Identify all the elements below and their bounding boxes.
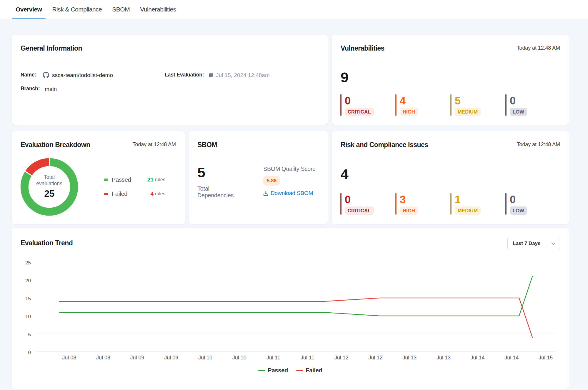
svg-text:Jul 13: Jul 13 xyxy=(402,355,417,361)
svg-text:Jul 08: Jul 08 xyxy=(96,355,110,361)
low-bar xyxy=(505,193,507,215)
tab-bar: Overview Risk & Compliance SBOM Vulnerab… xyxy=(0,0,588,19)
sbom-total-dependencies-label: Total Dependencies xyxy=(197,185,234,199)
failed-unit: rules xyxy=(155,191,165,196)
github-icon xyxy=(43,72,49,79)
tab-risk-compliance[interactable]: Risk & Compliance xyxy=(48,0,106,19)
sbom-total-label-line2: Dependencies xyxy=(197,192,234,199)
risk-medium-item: 1 MEDIUM xyxy=(450,193,505,215)
sbom-total-label-line1: Total xyxy=(197,185,234,192)
svg-text:Jul 14: Jul 14 xyxy=(504,355,519,361)
tab-overview[interactable]: Overview xyxy=(12,0,46,19)
tab-risk-compliance-label: Risk & Compliance xyxy=(52,6,102,13)
critical-bar xyxy=(340,193,342,215)
svg-text:Jul 13: Jul 13 xyxy=(437,355,451,361)
vulnerabilities-card: Vulnerabilities Today at 12:48 AM 9 0 CR… xyxy=(332,35,569,125)
trend-legend-passed: Passed xyxy=(258,367,288,374)
medium-bar xyxy=(450,193,452,215)
vuln-high-badge: HIGH xyxy=(400,108,418,116)
sbom-total-dependencies-value: 5 xyxy=(197,165,205,180)
trend-legend: Passed Failed xyxy=(12,367,569,374)
last-evaluation-value: Jul 15, 2024 12:48am xyxy=(216,72,270,79)
vuln-critical-count: 0 xyxy=(345,96,351,106)
svg-text:Jul 09: Jul 09 xyxy=(164,355,178,361)
donut-center-label: Total evaluations 25 xyxy=(20,174,78,199)
tab-overview-label: Overview xyxy=(16,6,42,13)
risk-low-badge: LOW xyxy=(510,206,527,215)
risk-low-count: 0 xyxy=(510,194,516,205)
vuln-medium-badge: MEDIUM xyxy=(455,108,481,116)
passed-line-swatch xyxy=(258,370,265,371)
svg-text:Jul 09: Jul 09 xyxy=(130,355,144,361)
svg-text:Jul 15: Jul 15 xyxy=(539,355,553,361)
last-evaluation-label: Last Evaluation: xyxy=(165,72,204,78)
vulnerabilities-total: 9 xyxy=(341,70,348,85)
vuln-medium-item: 5 MEDIUM xyxy=(450,94,505,116)
tab-sbom-label: SBOM xyxy=(112,6,130,13)
sbom-divider xyxy=(250,164,250,199)
download-sbom-label: Download SBOM xyxy=(271,190,313,196)
trend-legend-failed: Failed xyxy=(296,367,322,374)
vuln-low-count: 0 xyxy=(510,96,516,106)
vuln-low-item: 0 LOW xyxy=(505,94,560,116)
repo-name-value: ssca-team/todolist-demo xyxy=(52,72,113,79)
calendar-icon xyxy=(209,73,214,79)
vuln-high-item: 4 HIGH xyxy=(395,94,450,116)
breakdown-legend-failed-row: Failed 4 rules xyxy=(104,190,165,197)
evaluation-breakdown-card: Evaluation Breakdown Today at 12:48 AM T… xyxy=(12,131,185,224)
risk-medium-badge: MEDIUM xyxy=(455,206,481,215)
vuln-low-badge: LOW xyxy=(510,108,527,116)
risk-compliance-card: Risk and Compliance Issues Today at 12:4… xyxy=(332,131,569,224)
medium-bar xyxy=(450,94,452,116)
svg-text:20: 20 xyxy=(25,278,31,284)
risk-high-badge: HIGH xyxy=(400,206,418,215)
risk-high-item: 3 HIGH xyxy=(395,193,450,215)
low-bar xyxy=(505,94,507,116)
svg-text:Jul 12: Jul 12 xyxy=(368,355,382,361)
risk-low-item: 0 LOW xyxy=(505,193,560,215)
download-sbom-link[interactable]: Download SBOM xyxy=(263,190,313,196)
vuln-high-count: 4 xyxy=(400,96,406,106)
svg-text:5: 5 xyxy=(28,332,31,337)
breakdown-legend-passed-row: Passed 21 rules xyxy=(104,176,165,183)
vuln-medium-count: 5 xyxy=(455,96,461,106)
svg-text:0: 0 xyxy=(28,350,31,355)
svg-text:Jul 10: Jul 10 xyxy=(198,355,212,361)
critical-bar xyxy=(340,94,342,116)
risk-severity-row: 0 CRITICAL 3 HIGH 1 MEDIUM 0 LOW xyxy=(340,193,560,215)
failed-line-swatch xyxy=(296,370,303,371)
svg-text:15: 15 xyxy=(25,296,31,301)
sbom-quality-score-label: SBOM Quality Score xyxy=(263,166,316,172)
risk-critical-count: 0 xyxy=(345,194,351,205)
failed-name: Failed xyxy=(112,191,143,197)
evaluation-breakdown-title: Evaluation Breakdown xyxy=(21,141,90,149)
trend-legend-failed-label: Failed xyxy=(306,367,322,374)
tab-vulnerabilities[interactable]: Vulnerabilities xyxy=(136,0,180,19)
failed-swatch xyxy=(104,193,108,195)
branch-label: Branch: xyxy=(21,86,40,92)
failed-count: 4 xyxy=(143,191,154,197)
trend-legend-passed-label: Passed xyxy=(268,367,288,374)
evaluation-breakdown-timestamp: Today at 12:48 AM xyxy=(133,141,176,148)
vulnerabilities-timestamp: Today at 12:48 AM xyxy=(517,44,560,51)
evaluation-trend-chart: 0510152025Jul 08Jul 08Jul 09Jul 09Jul 10… xyxy=(12,228,569,389)
sbom-quality-score-badge: 5.86 xyxy=(263,176,280,186)
svg-text:Jul 11: Jul 11 xyxy=(301,355,314,361)
high-bar xyxy=(395,193,397,215)
risk-critical-item: 0 CRITICAL xyxy=(340,193,395,215)
vuln-critical-badge: CRITICAL xyxy=(345,108,374,116)
passed-name: Passed xyxy=(112,176,143,183)
risk-high-count: 3 xyxy=(400,194,406,205)
donut-total-value: 25 xyxy=(20,189,78,199)
vuln-critical-item: 0 CRITICAL xyxy=(340,94,395,116)
donut-center-line2: evaluations xyxy=(20,180,78,187)
vulnerabilities-severity-row: 0 CRITICAL 4 HIGH 5 MEDIUM 0 LOW xyxy=(340,94,560,116)
breakdown-legend: Passed 21 rules Failed 4 rules xyxy=(104,176,165,204)
svg-text:Jul 14: Jul 14 xyxy=(471,355,485,361)
branch-value: main xyxy=(45,86,57,92)
tab-sbom[interactable]: SBOM xyxy=(108,0,134,19)
vulnerabilities-title: Vulnerabilities xyxy=(341,44,384,52)
risk-medium-count: 1 xyxy=(455,194,461,205)
tab-vulnerabilities-label: Vulnerabilities xyxy=(140,6,176,13)
sbom-card: SBOM 5 Total Dependencies SBOM Quality S… xyxy=(189,131,328,224)
